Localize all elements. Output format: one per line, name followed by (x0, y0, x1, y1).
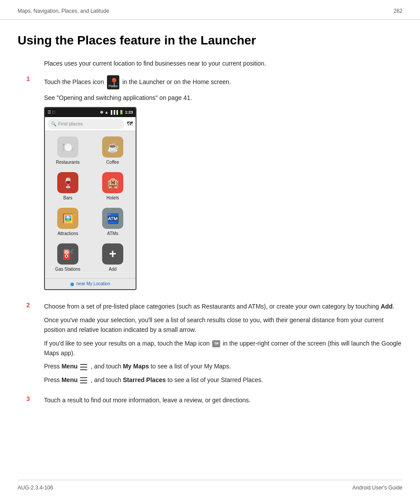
add-icon: + (102, 243, 123, 265)
place-item-attractions[interactable]: 🖼️ Attractions (47, 206, 89, 239)
location-dot-icon (70, 283, 74, 286)
place-item-coffee[interactable]: ☕ Coffee (92, 135, 134, 168)
step-2-content: Choose from a set of pre-listed place ca… (44, 302, 402, 388)
main-content: Using the Places feature in the Launcher… (0, 20, 420, 433)
page-footer: AUG-2.3.4-106 Android User's Guide (18, 480, 402, 491)
signal-icon: □ (52, 109, 55, 115)
time-display: 1:23 (125, 110, 133, 114)
hotels-label: Hotels (107, 195, 119, 202)
places-grid: 🍽️ Restaurants ☕ Coffee 🍷 Bars (45, 131, 136, 278)
search-icon: 🔍 (51, 121, 56, 128)
step-2-press-menu-1: Press Menu , and touch My Maps to see a … (44, 361, 402, 371)
step-2-press-menu-2: Press Menu , and touch Starred Places to… (44, 375, 402, 385)
step-1-text: Touch the Places icon 📍 Places in the La… (44, 75, 402, 89)
step-3-number: 3 (26, 395, 44, 408)
header-title: Maps, Navigation, Places, and Latitude (18, 8, 109, 14)
place-item-gasstations[interactable]: ⛽ Gas Stations (47, 242, 89, 275)
search-placeholder-text: Find places (58, 120, 83, 128)
place-item-bars[interactable]: 🍷 Bars (47, 170, 89, 203)
battery-icon: 🔋 (119, 110, 125, 114)
gasstations-label: Gas Stations (55, 266, 80, 273)
gps-icon: ⊕ (100, 110, 105, 114)
phone-screenshot: ☰ □ ⊕ ▲ ▐▐▐ 🔋 1:23 🔍 Find p (44, 107, 136, 290)
menu-icon-1 (80, 364, 88, 370)
map-icon-button[interactable]: 🗺 (127, 119, 133, 129)
coffee-label: Coffee (106, 159, 119, 166)
page-header: Maps, Navigation, Places, and Latitude 2… (0, 0, 420, 20)
intro-text: Places uses your current location to fin… (44, 59, 402, 68)
attractions-icon: 🖼️ (57, 208, 78, 229)
bars-icon: 🍷 (57, 172, 78, 193)
coffee-icon: ☕ (102, 136, 123, 158)
menu-icon-2 (80, 377, 88, 383)
notification-icon: ☰ (48, 109, 51, 115)
wifi-icon: ▲ (104, 110, 109, 114)
footer-left: AUG-2.3.4-106 (18, 485, 53, 491)
place-item-restaurants[interactable]: 🍽️ Restaurants (47, 135, 89, 168)
restaurants-icon: 🍽️ (57, 136, 78, 158)
signal-bars: ▐▐▐ (110, 110, 119, 114)
step-2-para1: Choose from a set of pre-listed place ca… (44, 302, 402, 311)
map-reference-icon: 🗺 (212, 340, 220, 347)
step-3: 3 Touch a result to find out more inform… (26, 395, 402, 408)
phone-search-bar: 🔍 Find places 🗺 (45, 117, 136, 132)
places-icon: 📍 Places (107, 75, 119, 89)
step-2: 2 Choose from a set of pre-listed place … (26, 302, 402, 388)
place-item-add[interactable]: + Add (92, 242, 134, 275)
phone-status-bar: ☰ □ ⊕ ▲ ▐▐▐ 🔋 1:23 (45, 108, 136, 117)
page-number: 262 (394, 8, 402, 14)
step-1-subtext: See "Opening and switching applications"… (44, 93, 402, 103)
near-location-text: near My Location (77, 281, 111, 286)
atms-icon: 🏧 (102, 208, 123, 229)
status-left-icons: ☰ □ (48, 109, 55, 115)
place-item-atms[interactable]: 🏧 ATMs (92, 206, 134, 239)
bars-label: Bars (63, 195, 73, 202)
restaurants-label: Restaurants (56, 159, 80, 166)
status-right-icons: ⊕ ▲ ▐▐▐ 🔋 1:23 (100, 109, 133, 115)
atms-label: ATMs (107, 230, 118, 237)
hotels-icon: 🏨 (102, 172, 123, 193)
find-places-input[interactable]: 🔍 Find places (48, 119, 124, 129)
step-1-number: 1 (26, 75, 44, 294)
footer-right: Android User's Guide (352, 485, 402, 491)
gasstations-icon: ⛽ (57, 243, 78, 265)
step-3-text: Touch a result to find out more informat… (44, 395, 402, 405)
step-3-content: Touch a result to find out more informat… (44, 395, 402, 408)
attractions-label: Attractions (57, 230, 78, 237)
step-2-para2: Once you've made your selection, you'll … (44, 315, 402, 335)
step-1-content: Touch the Places icon 📍 Places in the La… (44, 75, 402, 294)
add-label: Add (109, 266, 117, 273)
near-location-bar: near My Location (45, 278, 136, 289)
step-1: 1 Touch the Places icon 📍 Places in the … (26, 75, 402, 294)
place-item-hotels[interactable]: 🏨 Hotels (92, 170, 134, 203)
step-2-para3: If you'd like to see your results on a m… (44, 338, 402, 358)
chapter-title: Using the Places feature in the Launcher (18, 33, 402, 48)
step-2-number: 2 (26, 302, 44, 388)
